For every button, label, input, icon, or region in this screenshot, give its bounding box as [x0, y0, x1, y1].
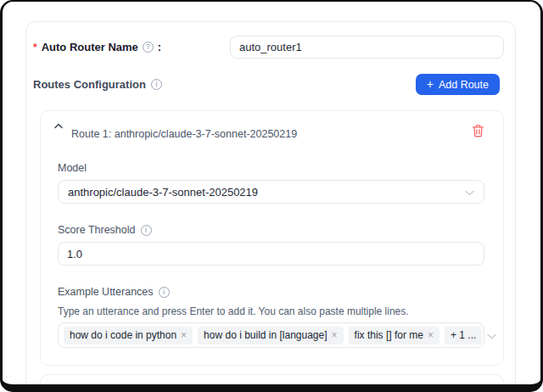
- score-threshold-input[interactable]: [58, 242, 484, 266]
- delete-route-2-button[interactable]: [472, 388, 484, 392]
- score-threshold-label: Score Threshold i: [58, 224, 484, 236]
- route-card-2: Route 2: azure_ai/gpt-4o: [40, 374, 504, 392]
- add-route-button-label: Add Route: [439, 79, 489, 91]
- remove-tag-icon[interactable]: ×: [428, 330, 434, 340]
- utterances-tags-input[interactable]: how do i code in python × how do i build…: [58, 322, 484, 348]
- example-utterances-label-text: Example Utterances: [58, 286, 154, 298]
- collapse-icon[interactable]: [53, 385, 64, 392]
- route-1-header[interactable]: Route 1: anthropic/claude-3-7-sonnet-202…: [53, 121, 484, 140]
- model-select[interactable]: anthropic/claude-3-7-sonnet-20250219: [58, 180, 484, 204]
- routes-configuration-label: Routes Configuration i: [33, 78, 163, 91]
- chevron-down-icon: [487, 328, 496, 343]
- model-label-text: Model: [58, 162, 87, 174]
- auto-router-name-row: * Auto Router Name ? :: [33, 36, 504, 59]
- score-threshold-label-text: Score Threshold: [58, 224, 136, 236]
- utterances-help-text: Type an utterance and press Enter to add…: [58, 305, 484, 317]
- add-route-button[interactable]: + Add Route: [416, 74, 500, 95]
- remove-tag-icon[interactable]: ×: [332, 330, 338, 340]
- utterance-tag-label: how do i code in python: [70, 329, 176, 341]
- label-colon: :: [158, 41, 161, 53]
- auto-router-name-label-text: Auto Router Name: [42, 41, 138, 53]
- remove-tag-icon[interactable]: ×: [181, 330, 187, 340]
- auto-router-name-label: * Auto Router Name ? :: [33, 41, 230, 53]
- overflow-tag[interactable]: + 1 ...: [445, 327, 482, 344]
- route-1-title: Route 1: anthropic/claude-3-7-sonnet-202…: [71, 128, 297, 140]
- app-window: * Auto Router Name ? : Routes Configurat…: [0, 0, 543, 392]
- delete-route-1-button[interactable]: [472, 124, 484, 137]
- utterance-tag-label: how do i build in [language]: [204, 329, 327, 341]
- auto-router-name-input[interactable]: [230, 36, 504, 59]
- routes-configuration-row: Routes Configuration i + Add Route: [33, 74, 504, 95]
- utterance-tag: how do i code in python ×: [64, 327, 193, 344]
- collapse-icon[interactable]: [53, 121, 64, 131]
- route-card-1: Route 1: anthropic/claude-3-7-sonnet-202…: [40, 110, 504, 366]
- routes-configuration-label-text: Routes Configuration: [33, 78, 146, 91]
- trash-icon: [472, 124, 484, 137]
- utterance-tag-label: fix this [] for me: [355, 329, 423, 341]
- plus-icon: +: [427, 78, 434, 90]
- info-icon[interactable]: i: [151, 79, 162, 90]
- help-icon[interactable]: ?: [143, 42, 154, 53]
- trash-icon: [472, 388, 484, 392]
- route-2-header[interactable]: Route 2: azure_ai/gpt-4o: [53, 385, 484, 392]
- utterance-tag: fix this [] for me ×: [349, 327, 439, 344]
- required-asterisk: *: [33, 42, 37, 53]
- example-utterances-label: Example Utterances i: [58, 286, 484, 298]
- info-icon[interactable]: i: [141, 225, 152, 236]
- info-icon[interactable]: i: [159, 287, 170, 298]
- utterance-tag: how do i build in [language] ×: [198, 327, 343, 344]
- model-label: Model: [58, 162, 484, 174]
- auto-router-form: * Auto Router Name ? : Routes Configurat…: [25, 21, 516, 392]
- model-select-value: anthropic/claude-3-7-sonnet-20250219: [68, 186, 258, 199]
- overflow-tag-label: + 1 ...: [451, 329, 476, 341]
- chevron-down-icon: [465, 186, 474, 199]
